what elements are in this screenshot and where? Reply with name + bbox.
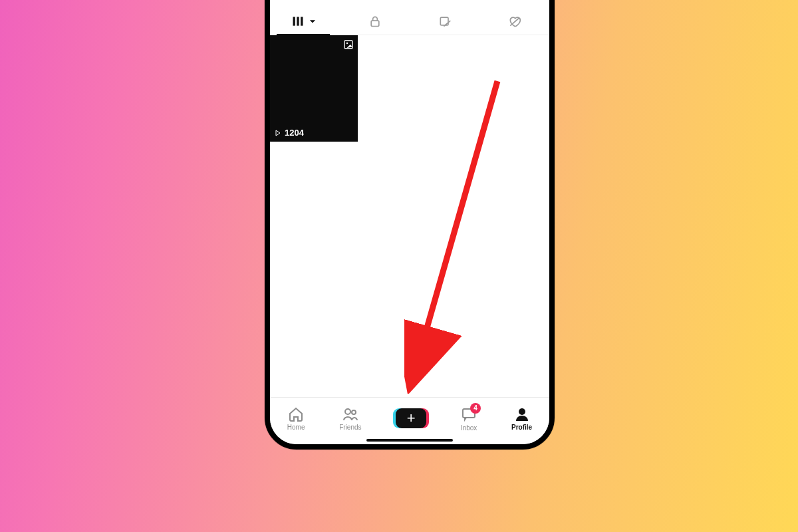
profile-content-tabs [270, 8, 549, 35]
nav-label: Home [287, 424, 305, 431]
nav-friends[interactable]: Friends [339, 406, 361, 431]
tab-posts[interactable] [270, 15, 340, 28]
profile-icon [514, 406, 530, 422]
view-count-number: 1204 [285, 128, 304, 138]
plus-icon: + [396, 408, 426, 428]
view-count: 1204 [274, 128, 304, 138]
svg-rect-2 [301, 17, 303, 25]
inbox-badge: 4 [470, 403, 481, 414]
svg-point-7 [345, 409, 350, 414]
home-indicator [366, 439, 453, 442]
friends-icon [342, 406, 358, 422]
phone-frame: Find your friends Find Follows you Follo… [265, 0, 555, 450]
nav-inbox[interactable]: 4 Inbox [461, 406, 477, 432]
photo-icon [343, 39, 354, 52]
svg-point-8 [352, 410, 356, 414]
svg-point-10 [519, 408, 525, 415]
tab-liked[interactable] [479, 15, 549, 28]
svg-rect-1 [297, 17, 299, 25]
tab-private[interactable] [340, 15, 410, 28]
nav-create[interactable]: + [396, 408, 426, 428]
video-thumbnail[interactable]: 1204 [270, 35, 358, 142]
nav-label: Profile [511, 424, 532, 431]
nav-home[interactable]: Home [287, 406, 305, 431]
play-icon [274, 129, 282, 137]
nav-label: Friends [339, 424, 361, 431]
nav-profile[interactable]: Profile [511, 406, 532, 431]
svg-point-6 [346, 43, 348, 45]
home-icon [288, 406, 304, 422]
nav-label: Inbox [461, 424, 477, 432]
svg-rect-3 [371, 21, 379, 26]
tab-reposts[interactable] [410, 15, 479, 28]
svg-rect-0 [293, 17, 295, 25]
app-screen: Find your friends Find Follows you Follo… [270, 0, 549, 444]
bottom-nav: Home Friends + 4 Inbox Profile [270, 397, 549, 444]
video-grid: 1204 [270, 35, 549, 397]
